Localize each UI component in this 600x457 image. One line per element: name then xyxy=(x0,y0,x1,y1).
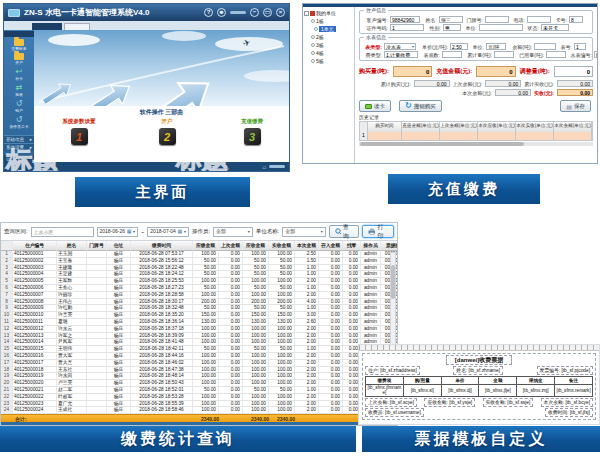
table-row[interactable]: 240125000002王宝春杨庄2018-06-28 15:56:1250.0… xyxy=(1,258,397,265)
table-row[interactable]: 1440125000014尹凤军杨庄2018-06-28 18:41:48100… xyxy=(1,339,397,346)
close-icon[interactable]: × xyxy=(276,8,285,17)
total-input[interactable]: 0.00 xyxy=(485,80,521,87)
table-row[interactable]: 1840125000018王东社杨庄2018-06-28 18:47:38100… xyxy=(1,367,397,374)
template-field[interactable]: 上次余额: [tb_sf.scye] xyxy=(365,398,417,407)
table-row[interactable]: 840125000008王伟占杨庄2018-06-28 18:30:17200.… xyxy=(1,299,397,306)
home-icon[interactable]: ⌂ xyxy=(262,164,266,170)
field-input[interactable]: 1.计量收费 xyxy=(384,51,418,58)
tree-node[interactable]: 1栋 xyxy=(304,17,353,25)
tree-node[interactable]: 3栋 xyxy=(304,41,353,49)
tree-node[interactable]: 1单元 xyxy=(304,25,353,33)
template-col-header[interactable]: 购/用量 xyxy=(403,377,441,385)
field-input[interactable]: 冷水表 xyxy=(384,43,416,50)
purchase-input[interactable]: 0 xyxy=(393,66,432,77)
nav-label-tab[interactable] xyxy=(32,23,62,30)
template-field[interactable]: 收费员: [tb_sf.username] xyxy=(365,408,424,417)
table-row[interactable]: 1640125000016贾大军杨庄2018-06-28 18:44:16100… xyxy=(1,353,397,360)
date-to-input[interactable]: 2018-07-04▦▾ xyxy=(147,227,189,237)
field-input[interactable]: 未开卡 xyxy=(541,24,569,31)
table-row[interactable]: 1740125000017贾大喜杨庄2018-06-28 18:46:02100… xyxy=(1,360,397,367)
template-cell[interactable]: [tb_sfmx.remark] xyxy=(555,385,593,397)
template-cell[interactable]: [tb_sfmx.jfmname] xyxy=(366,385,404,397)
sidebar-menu-系统设置[interactable]: 系统设置▸ xyxy=(4,143,34,151)
minimize-icon[interactable]: − xyxy=(250,8,259,17)
field-input[interactable]: 98842960 xyxy=(390,16,420,23)
template-col-header[interactable]: 单价 xyxy=(441,377,479,385)
unit-select[interactable]: 全部▾ xyxy=(282,227,325,237)
sidebar-item[interactable]: ↺销户 xyxy=(15,99,23,113)
tree-node[interactable]: 2栋 xyxy=(304,33,353,41)
user-icon[interactable]: ☻ xyxy=(217,8,226,17)
field-input[interactable] xyxy=(479,24,523,31)
field-input[interactable] xyxy=(546,51,566,58)
table-row[interactable]: 2040125000020卢兰英杨庄2018-06-28 18:50:43100… xyxy=(1,380,397,387)
search-button[interactable]: 查询 xyxy=(329,225,360,238)
operator-select[interactable]: 全部▾ xyxy=(213,227,253,237)
date-from-input[interactable]: 2018-06-26▦▾ xyxy=(97,227,139,237)
table-row[interactable]: 1140125000011夏璐杨庄2018-06-28 18:36:14130.… xyxy=(1,319,397,326)
field-input[interactable]: 8 xyxy=(569,16,583,23)
print-button[interactable]: 打印 xyxy=(362,225,394,238)
template-title[interactable]: [danwei]收费票据 xyxy=(446,355,512,365)
sidebar-item[interactable]: ↩补卡 xyxy=(15,67,23,81)
table-row[interactable]: 1240125000012许永云杨庄2018-06-28 18:37:18100… xyxy=(1,326,397,333)
field-input[interactable]: 0 xyxy=(594,51,598,58)
total-input[interactable]: 0.00 xyxy=(557,89,593,96)
table-row[interactable]: 640125000006王金心杨庄2018-06-28 18:27:2350.0… xyxy=(1,285,397,292)
template-cell[interactable]: [tb_sfmx.znj] xyxy=(517,385,555,397)
table-row[interactable]: 740125000007许丽珍杨庄2018-06-28 18:28:58100.… xyxy=(1,292,397,299)
template-col-header[interactable]: 缴费项 xyxy=(366,377,404,385)
table-row[interactable]: 2440125000024王成社杨庄2018-06-28 18:58:46100… xyxy=(1,407,397,414)
sidebar-item[interactable]: ↺操作员工卡 xyxy=(9,115,29,129)
template-cell[interactable]: [tb_sfmx.sl] xyxy=(403,385,441,397)
total-input[interactable]: 0.00 xyxy=(557,80,593,87)
field-input[interactable]: 元/吨 xyxy=(486,43,506,50)
step-button-3[interactable]: 3 xyxy=(244,128,261,145)
table-row[interactable]: 940125000009许红勤杨庄2018-06-28 18:32:4850.0… xyxy=(1,305,397,312)
table-row[interactable]: 340125000003王建隆杨庄2018-06-28 18:22:4850.0… xyxy=(1,265,397,272)
purchase-input[interactable]: 0 xyxy=(554,66,593,77)
template-field[interactable]: 实收金额: [tb_sf.ssje] xyxy=(483,398,534,407)
sidebar-item[interactable]: ⇄换表 xyxy=(15,83,23,97)
scroll-thumb[interactable] xyxy=(391,265,395,299)
tree-node[interactable]: 5栋 xyxy=(304,57,353,65)
template-field[interactable]: 发票编号: [tb_sf.pjcode] xyxy=(537,366,593,375)
field-input[interactable] xyxy=(442,51,462,58)
template-field[interactable]: 本次余额: [tb_sf.bcye] xyxy=(541,398,593,407)
keyword-input[interactable]: 上水小区 xyxy=(31,227,94,237)
field-input[interactable]: 男 xyxy=(443,24,461,31)
help-icon[interactable]: ? xyxy=(204,8,213,17)
template-field[interactable]: 应收金额: [tb_sf.ysje] xyxy=(424,398,475,407)
history-data-row[interactable]: 1 xyxy=(360,132,592,140)
template-field[interactable]: 住户: [tb_sf.zhaddress] xyxy=(365,366,420,375)
template-col-header[interactable]: 滞纳金 xyxy=(517,377,555,385)
history-hscrollbar[interactable] xyxy=(359,142,593,146)
field-input[interactable]: 1 xyxy=(390,24,424,31)
template-col-header[interactable]: 金额 xyxy=(479,377,517,385)
sidebar-menu-基础信息[interactable]: 基础信息▸ xyxy=(4,135,34,143)
table-row[interactable]: 1540125000015王明伟杨庄2018-06-28 18:42:1150.… xyxy=(1,346,397,353)
total-input[interactable]: 0.00 xyxy=(414,80,450,87)
template-field[interactable]: 姓名: [tb_sf.zhname] xyxy=(453,366,503,375)
purchase-input[interactable]: 0 xyxy=(476,66,515,77)
table-row[interactable]: 2340125000023夏广元杨庄2018-06-28 18:55:39100… xyxy=(1,401,397,408)
field-input[interactable] xyxy=(494,51,514,58)
tree-node[interactable]: 4栋 xyxy=(304,49,353,57)
tree-root[interactable]: - 我的单位 xyxy=(304,9,353,17)
table-row[interactable]: 140125000001王玉国杨庄2018-06-28 07:53:17100.… xyxy=(1,251,397,258)
sidebar-item[interactable]: 交费服务 xyxy=(11,39,27,51)
total-input[interactable]: 0.00 xyxy=(495,89,531,96)
field-input[interactable]: 1 xyxy=(574,43,586,50)
table-row[interactable]: 540125000005王军辉杨庄2018-06-28 18:25:53100.… xyxy=(1,278,397,285)
save-button[interactable]: ▤ 保存 xyxy=(560,100,591,112)
template-field[interactable]: 收费时间: [tb_sf.jfsj] xyxy=(545,408,593,417)
template-col-header[interactable]: 备注 xyxy=(555,377,593,385)
step-button-1[interactable]: 1 xyxy=(71,128,88,145)
template-cell[interactable]: [tb_sfmx.jfje] xyxy=(479,385,517,397)
expander-icon[interactable]: - xyxy=(304,11,309,16)
scroll-thumb[interactable] xyxy=(360,142,524,146)
home-tab[interactable] xyxy=(64,23,90,30)
field-input[interactable] xyxy=(485,16,509,23)
template-cell[interactable]: [tb_sfmx.dj] xyxy=(441,385,479,397)
table-row[interactable]: 440125000004王定建杨庄2018-06-28 18:24:1250.0… xyxy=(1,271,397,278)
